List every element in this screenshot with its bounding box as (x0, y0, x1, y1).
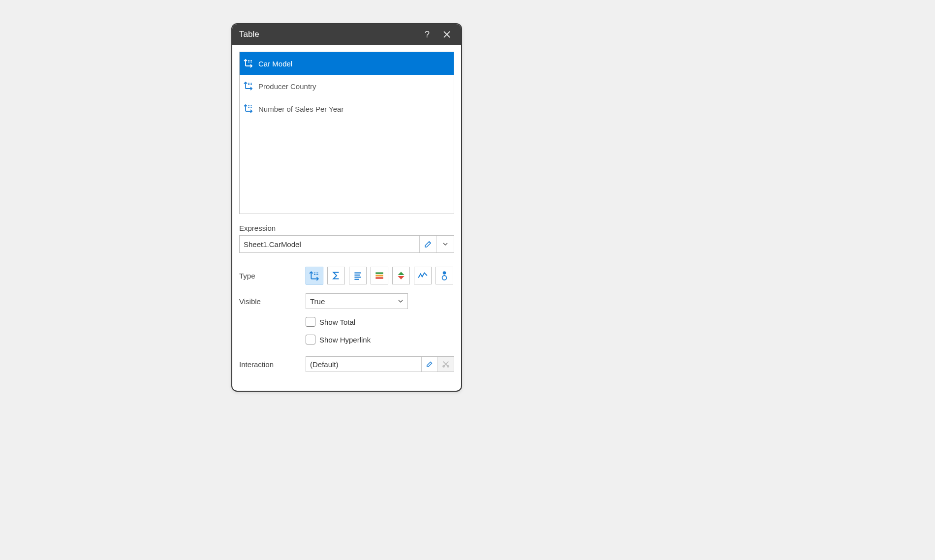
scissors-icon (442, 360, 450, 368)
sparkline-icon (417, 270, 428, 281)
field-list[interactable]: Car Model Producer Country (239, 52, 454, 214)
dialog-titlebar: Table ? (232, 24, 461, 45)
sort-arrows-icon (396, 270, 406, 281)
svg-point-6 (251, 60, 252, 61)
svg-point-15 (248, 84, 249, 85)
svg-point-14 (251, 83, 252, 84)
close-button[interactable] (439, 27, 454, 42)
expression-row (239, 235, 454, 253)
field-item-label: Number of Sales Per Year (258, 105, 343, 113)
svg-rect-39 (375, 275, 383, 276)
svg-point-16 (249, 84, 250, 85)
show-hyperlink-row[interactable]: Show Hyperlink (306, 335, 454, 344)
table-dialog: Table ? (231, 23, 462, 392)
expression-input[interactable] (240, 236, 419, 252)
type-text-button[interactable] (349, 267, 367, 284)
dimension-icon (309, 270, 320, 281)
type-sparkline-button[interactable] (414, 267, 432, 284)
type-color-scale-button[interactable] (371, 267, 388, 284)
svg-marker-41 (398, 272, 404, 275)
svg-point-22 (251, 105, 252, 106)
expression-dropdown-button[interactable] (436, 236, 454, 252)
svg-point-21 (249, 105, 250, 106)
dialog-content: Car Model Producer Country (232, 45, 461, 378)
type-sort-button[interactable] (392, 267, 410, 284)
svg-point-31 (314, 274, 315, 275)
field-item-label: Producer Country (258, 82, 316, 91)
color-bars-icon (374, 270, 385, 281)
svg-point-44 (442, 276, 447, 280)
chevron-down-icon (442, 241, 448, 247)
pencil-icon (426, 360, 434, 368)
field-item-label: Car Model (258, 60, 292, 68)
help-button[interactable]: ? (420, 27, 435, 42)
svg-rect-38 (375, 272, 383, 274)
visible-value: True (310, 297, 325, 306)
delta-bubble-icon (439, 270, 450, 281)
dialog-title: Table (239, 30, 420, 39)
interaction-row: Interaction (239, 356, 454, 372)
type-label: Type (239, 272, 306, 280)
svg-rect-40 (375, 277, 383, 279)
expression-label: Expression (239, 224, 454, 232)
svg-point-28 (314, 272, 315, 273)
expression-edit-button[interactable] (419, 236, 436, 252)
type-measure-button[interactable] (327, 267, 345, 284)
checkbox-group: Show Total Show Hyperlink (239, 317, 454, 344)
visible-select[interactable]: True (306, 293, 408, 309)
show-total-label: Show Total (319, 318, 355, 326)
type-buttons (306, 267, 453, 284)
show-total-row[interactable]: Show Total (306, 317, 454, 327)
type-row: Type (239, 267, 454, 284)
field-item-number-of-sales[interactable]: Number of Sales Per Year (240, 97, 454, 120)
svg-point-33 (317, 274, 318, 275)
dimension-icon (244, 58, 253, 69)
field-item-car-model[interactable]: Car Model (240, 52, 454, 75)
type-dimension-button[interactable] (306, 267, 323, 284)
svg-point-7 (248, 62, 249, 62)
svg-point-5 (249, 60, 250, 61)
interaction-clear-button[interactable] (437, 357, 454, 372)
dimension-icon (244, 103, 253, 115)
visible-row: Visible True (239, 293, 454, 309)
sigma-icon (331, 270, 342, 281)
field-item-producer-country[interactable]: Producer Country (240, 75, 454, 97)
show-total-checkbox[interactable] (306, 317, 315, 327)
svg-marker-42 (398, 276, 404, 280)
svg-point-12 (248, 83, 249, 84)
visible-label: Visible (239, 297, 306, 306)
svg-point-20 (248, 105, 249, 106)
interaction-field (306, 356, 454, 372)
svg-point-13 (249, 83, 250, 84)
svg-point-24 (249, 107, 250, 108)
interaction-input[interactable] (306, 357, 421, 372)
svg-point-30 (317, 272, 318, 273)
help-icon: ? (425, 30, 430, 40)
svg-point-25 (251, 107, 252, 108)
show-hyperlink-checkbox[interactable] (306, 335, 315, 344)
svg-point-9 (251, 62, 252, 62)
show-hyperlink-label: Show Hyperlink (319, 336, 371, 344)
svg-point-8 (249, 62, 250, 62)
type-delta-button[interactable] (436, 267, 453, 284)
svg-point-32 (315, 274, 316, 275)
interaction-label: Interaction (239, 360, 306, 369)
interaction-edit-button[interactable] (421, 357, 437, 372)
svg-point-23 (248, 107, 249, 108)
text-lines-icon (352, 270, 363, 281)
dimension-icon (244, 81, 253, 92)
svg-point-17 (251, 84, 252, 85)
close-icon (442, 30, 451, 39)
pencil-icon (424, 240, 433, 249)
svg-point-4 (248, 60, 249, 61)
svg-point-29 (315, 272, 316, 273)
svg-point-43 (443, 271, 446, 275)
chevron-down-icon (398, 298, 404, 304)
